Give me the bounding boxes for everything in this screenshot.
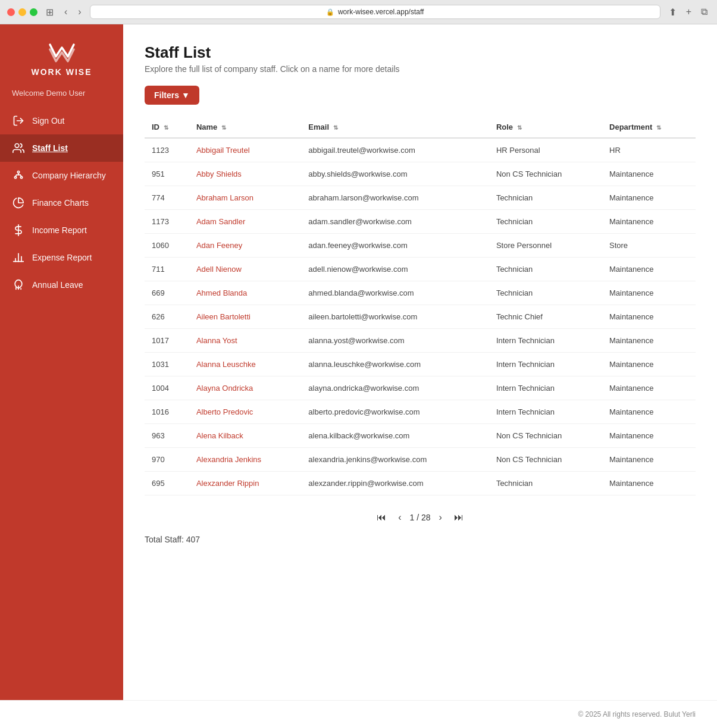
staff-name-link[interactable]: Abraham Larson <box>196 193 253 202</box>
cell-name[interactable]: Alexandria Jenkins <box>189 448 301 472</box>
income-report-icon <box>12 224 25 237</box>
staff-name-link[interactable]: Alanna Leuschke <box>196 360 256 369</box>
staff-name-link[interactable]: Alberto Predovic <box>196 407 253 416</box>
expense-report-icon <box>12 251 25 264</box>
col-department[interactable]: Department ⇅ <box>602 117 696 138</box>
col-role[interactable]: Role ⇅ <box>489 117 602 138</box>
cell-role: Technician <box>489 258 602 281</box>
sidebar-label-company-hierarchy: Company Hierarchy <box>32 171 106 180</box>
cell-department: Maintanence <box>602 258 696 281</box>
sidebar-item-income-report[interactable]: Income Report <box>0 216 123 244</box>
cell-name[interactable]: Adell Nienow <box>189 258 301 281</box>
cell-role: Non CS Technician <box>489 162 602 186</box>
cell-name[interactable]: Abby Shields <box>189 162 301 186</box>
cell-department: Maintanence <box>602 353 696 376</box>
staff-name-link[interactable]: Alayna Ondricka <box>196 384 253 393</box>
forward-button[interactable]: › <box>76 5 83 18</box>
staff-name-link[interactable]: Alexandria Jenkins <box>196 455 261 464</box>
hierarchy-icon <box>12 169 25 182</box>
sidebar-item-finance-charts[interactable]: Finance Charts <box>0 189 123 216</box>
staff-name-link[interactable]: Abbigail Treutel <box>196 146 250 155</box>
tabs-button[interactable]: ⧉ <box>699 5 710 19</box>
page-info: 1 / 28 <box>409 513 430 522</box>
cell-id: 951 <box>145 162 189 186</box>
cell-department: Maintanence <box>602 162 696 186</box>
staff-name-link[interactable]: Adan Feeney <box>196 241 242 250</box>
cell-department: Maintanence <box>602 400 696 424</box>
table-row: 1017 Alanna Yost alanna.yost@workwise.co… <box>145 329 696 353</box>
staff-name-link[interactable]: Alanna Yost <box>196 336 237 345</box>
cell-name[interactable]: Aileen Bartoletti <box>189 305 301 329</box>
table-row: 970 Alexandria Jenkins alexandria.jenkin… <box>145 448 696 472</box>
cell-department: Maintanence <box>602 305 696 329</box>
minimize-button[interactable] <box>18 8 26 16</box>
back-button[interactable]: ‹ <box>62 5 70 18</box>
cell-role: Intern Technician <box>489 376 602 400</box>
url-text: work-wisee.vercel.app/staff <box>338 8 424 16</box>
cell-name[interactable]: Adam Sandler <box>189 210 301 234</box>
staff-name-link[interactable]: Ahmed Blanda <box>196 288 247 297</box>
sidebar-item-expense-report[interactable]: Expense Report <box>0 244 123 271</box>
table-row: 774 Abraham Larson abraham.larson@workwi… <box>145 186 696 210</box>
cell-department: Maintanence <box>602 448 696 472</box>
cell-id: 1004 <box>145 376 189 400</box>
staff-name-link[interactable]: Adam Sandler <box>196 217 245 226</box>
cell-id: 669 <box>145 281 189 305</box>
first-page-button[interactable]: ⏮ <box>373 510 390 525</box>
staff-name-link[interactable]: Alena Kilback <box>196 431 243 440</box>
cell-id: 626 <box>145 305 189 329</box>
sidebar-item-staff-list[interactable]: Staff List <box>0 134 123 162</box>
filters-button[interactable]: Filters ▼ <box>145 86 199 105</box>
sidebar-toggle[interactable]: ⊞ <box>43 5 56 19</box>
col-email[interactable]: Email ⇅ <box>301 117 489 138</box>
cell-name[interactable]: Alanna Yost <box>189 329 301 353</box>
cell-id: 1031 <box>145 353 189 376</box>
cell-department: Maintanence <box>602 281 696 305</box>
address-bar[interactable]: 🔒 work-wisee.vercel.app/staff <box>90 5 660 19</box>
close-button[interactable] <box>7 8 15 16</box>
sidebar-item-sign-out[interactable]: Sign Out <box>0 107 123 134</box>
cell-name[interactable]: Abraham Larson <box>189 186 301 210</box>
cell-email: alena.kilback@workwise.com <box>301 424 489 448</box>
cell-email: alayna.ondricka@workwise.com <box>301 376 489 400</box>
sidebar-label-sign-out: Sign Out <box>32 116 64 125</box>
cell-email: abraham.larson@workwise.com <box>301 186 489 210</box>
cell-name[interactable]: Alena Kilback <box>189 424 301 448</box>
cell-email: adam.sandler@workwise.com <box>301 210 489 234</box>
cell-email: aileen.bartoletti@workwise.com <box>301 305 489 329</box>
table-header: ID ⇅ Name ⇅ Email ⇅ Role ⇅ Department ⇅ <box>145 117 696 138</box>
staff-name-link[interactable]: Abby Shields <box>196 170 242 178</box>
prev-page-button[interactable]: ‹ <box>394 510 405 525</box>
share-button[interactable]: ⬆ <box>666 5 679 19</box>
cell-name[interactable]: Adan Feeney <box>189 234 301 258</box>
page-subtitle: Explore the full list of company staff. … <box>145 64 696 74</box>
cell-email: alexandria.jenkins@workwise.com <box>301 448 489 472</box>
staff-name-link[interactable]: Alexzander Rippin <box>196 479 259 488</box>
cell-email: adan.feeney@workwise.com <box>301 234 489 258</box>
cell-name[interactable]: Alberto Predovic <box>189 400 301 424</box>
main-content: Staff List Explore the full list of comp… <box>123 24 717 700</box>
cell-role: HR Personal <box>489 138 602 162</box>
annual-leave-icon <box>12 278 25 291</box>
maximize-button[interactable] <box>30 8 37 16</box>
sidebar-item-annual-leave[interactable]: Annual Leave <box>0 271 123 299</box>
lock-icon: 🔒 <box>326 8 334 16</box>
staff-name-link[interactable]: Aileen Bartoletti <box>196 312 251 321</box>
staff-name-link[interactable]: Adell Nienow <box>196 265 242 274</box>
cell-name[interactable]: Ahmed Blanda <box>189 281 301 305</box>
cell-role: Intern Technician <box>489 353 602 376</box>
cell-name[interactable]: Alayna Ondricka <box>189 376 301 400</box>
cell-name[interactable]: Alanna Leuschke <box>189 353 301 376</box>
col-name[interactable]: Name ⇅ <box>189 117 301 138</box>
table-row: 1173 Adam Sandler adam.sandler@workwise.… <box>145 210 696 234</box>
browser-actions: ⬆ + ⧉ <box>666 5 710 19</box>
cell-department: Maintanence <box>602 186 696 210</box>
next-page-button[interactable]: › <box>436 510 446 525</box>
new-tab-button[interactable]: + <box>684 5 694 19</box>
col-id[interactable]: ID ⇅ <box>145 117 189 138</box>
cell-name[interactable]: Alexzander Rippin <box>189 472 301 495</box>
sidebar-item-company-hierarchy[interactable]: Company Hierarchy <box>0 162 123 189</box>
cell-email: abby.shields@workwise.com <box>301 162 489 186</box>
cell-name[interactable]: Abbigail Treutel <box>189 138 301 162</box>
last-page-button[interactable]: ⏭ <box>450 510 467 525</box>
